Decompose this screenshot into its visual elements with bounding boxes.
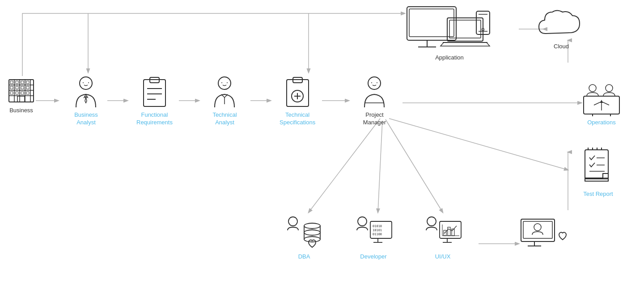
svg-point-95 [427,217,436,226]
technical-spec-node: TechnicalSpecifications [280,75,315,127]
user-icon [519,215,572,250]
svg-rect-74 [585,150,608,179]
svg-rect-22 [10,81,13,84]
svg-text:01100: 01100 [373,233,382,236]
cloud-label: Cloud [554,43,569,51]
operations-label: Operations [587,119,616,127]
functional-req-label: FunctionalRequirements [136,111,173,127]
dba-icon [284,215,324,250]
uiux-node: UI/UX [423,215,463,261]
svg-rect-26 [10,86,13,89]
application-label: Application [435,54,464,62]
business-analyst-label: BusinessAnalyst [74,111,98,127]
technical-spec-label: TechnicalSpecifications [280,111,315,127]
uiux-label: UI/UX [435,253,451,261]
svg-rect-34 [17,96,25,102]
uiux-icon [423,215,463,250]
developer-icon: 01010 10101 01100 [353,215,394,250]
svg-rect-60 [447,18,483,41]
svg-rect-38 [144,80,165,106]
svg-rect-101 [444,230,446,236]
business-node: Business [7,75,36,114]
svg-rect-27 [16,86,18,89]
business-icon [7,75,36,104]
svg-rect-30 [10,92,13,94]
technical-analyst-icon [208,75,242,109]
developer-label: Developer [360,253,386,261]
test-report-icon [581,148,615,188]
dba-node: DBA [284,215,324,261]
svg-point-43 [218,77,231,89]
functional-req-icon [140,75,169,109]
technical-analyst-node: TechnicalAnalyst [208,75,242,127]
svg-rect-31 [16,92,18,94]
svg-rect-23 [16,81,18,84]
svg-rect-25 [26,81,29,84]
functional-req-node: FunctionalRequirements [136,75,173,127]
svg-rect-56 [407,7,456,40]
svg-text:10101: 10101 [373,229,382,232]
project-manager-node: ProjectManager [358,75,391,127]
cloud-node: Cloud [537,7,586,51]
technical-analyst-label: TechnicalAnalyst [212,111,237,127]
svg-point-52 [368,77,381,89]
developer-node: 01010 10101 01100 Developer [353,215,394,261]
svg-point-87 [304,230,320,235]
svg-point-70 [589,85,596,92]
business-label: Business [9,107,33,114]
test-report-label: Test Report [583,191,613,198]
technical-spec-icon [283,75,312,109]
diagram-container: Business BusinessAnalyst F [0,0,644,288]
business-analyst-node: BusinessAnalyst [69,75,103,127]
project-manager-icon [358,75,391,109]
svg-point-35 [80,77,92,89]
svg-rect-24 [21,81,24,84]
business-analyst-icon [69,75,103,109]
svg-marker-73 [600,100,603,103]
svg-point-83 [304,223,320,229]
operations-node: Operations [581,83,622,127]
svg-rect-28 [21,86,24,89]
svg-text:01010: 01010 [373,224,382,228]
svg-point-88 [358,217,367,226]
application-node: Application [402,4,496,62]
svg-point-82 [288,217,297,226]
application-icon [402,4,496,51]
svg-rect-102 [448,227,450,236]
operations-icon [581,83,622,116]
cloud-icon [537,7,586,40]
user-node [519,215,572,250]
svg-rect-32 [21,92,24,94]
dba-label: DBA [298,253,310,261]
svg-point-71 [606,85,613,92]
svg-rect-29 [26,86,29,89]
svg-point-108 [534,224,541,231]
svg-rect-33 [26,92,29,94]
project-manager-label: ProjectManager [363,111,386,127]
test-report-node: Test Report [581,148,615,198]
